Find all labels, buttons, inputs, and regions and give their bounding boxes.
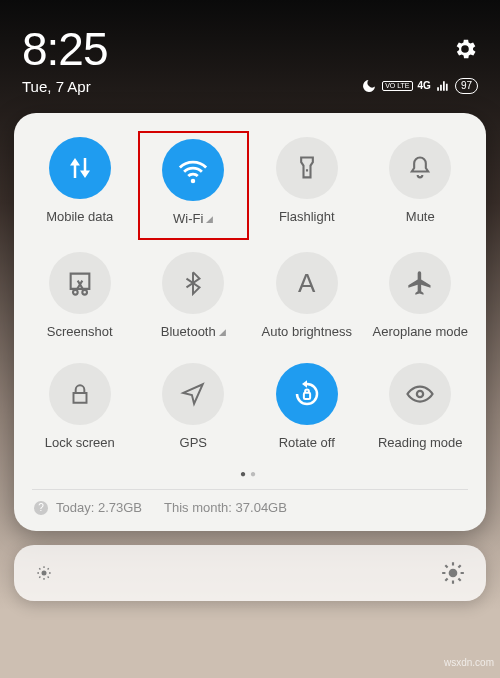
expand-icon: ◢ [219,327,226,337]
info-icon: ? [34,501,48,515]
volte-badge: VO LTE [382,81,412,91]
tile-wifi[interactable]: Wi-Fi◢ [138,131,250,240]
quick-settings-panel: Mobile data Wi-Fi◢ Flashlight Mute Scree [14,113,486,531]
bluetooth-icon [162,252,224,314]
tile-bluetooth[interactable]: Bluetooth◢ [138,246,250,351]
tile-aeroplane-mode[interactable]: Aeroplane mode [365,246,477,351]
data-usage-row[interactable]: ? Today: 2.73GB This month: 37.04GB [24,490,476,521]
tile-rotate-off[interactable]: Rotate off [251,357,363,462]
svg-point-3 [417,391,423,397]
tile-lock-screen[interactable]: Lock screen [24,357,136,462]
tile-reading-mode[interactable]: Reading mode [365,357,477,462]
page-indicator[interactable]: ●● [24,462,476,489]
brightness-slider[interactable] [14,545,486,601]
rotate-lock-icon [276,363,338,425]
signal-4g: 4G [418,80,431,91]
brightness-low-icon [34,563,54,583]
lock-icon [49,363,111,425]
battery-pill: 97 [455,78,478,94]
signal-bars-icon [436,79,450,93]
svg-rect-2 [304,393,310,399]
gear-icon [452,36,478,62]
settings-button[interactable] [452,36,478,66]
brightness-high-icon [440,560,466,586]
eye-icon [389,363,451,425]
svg-point-1 [82,290,87,295]
bell-icon [389,137,451,199]
wifi-icon [162,139,224,201]
date: Tue, 7 Apr [22,78,91,95]
svg-point-4 [42,571,47,576]
tile-mobile-data[interactable]: Mobile data [24,131,136,240]
tiles-grid: Mobile data Wi-Fi◢ Flashlight Mute Scree [24,131,476,462]
tile-mute[interactable]: Mute [365,131,477,240]
svg-point-0 [73,290,78,295]
auto-brightness-icon: A [276,252,338,314]
dnd-moon-icon [361,78,377,94]
tile-auto-brightness[interactable]: A Auto brightness [251,246,363,351]
scissors-icon [49,252,111,314]
expand-icon: ◢ [206,214,213,224]
tile-flashlight[interactable]: Flashlight [251,131,363,240]
flashlight-icon [276,137,338,199]
tile-screenshot[interactable]: Screenshot [24,246,136,351]
watermark: wsxdn.com [444,657,494,668]
location-arrow-icon [162,363,224,425]
status-icons: VO LTE 4G 97 [361,78,478,94]
clock: 8:25 [22,22,478,76]
airplane-icon [389,252,451,314]
svg-point-5 [449,569,458,578]
tile-gps[interactable]: GPS [138,357,250,462]
status-bar: 8:25 Tue, 7 Apr VO LTE 4G 97 [0,0,500,101]
mobile-data-icon [49,137,111,199]
